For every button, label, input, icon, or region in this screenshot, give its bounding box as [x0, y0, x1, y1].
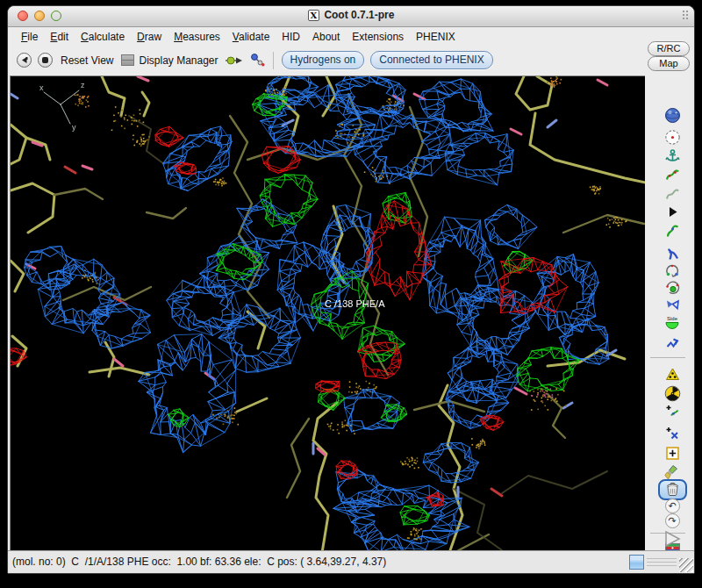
menu-extensions[interactable]: Extensions — [346, 29, 410, 45]
rotate-translate-icon[interactable] — [663, 245, 682, 262]
menu-hid[interactable]: HID — [276, 29, 306, 45]
go-to-atom-button[interactable] — [225, 54, 244, 67]
toolbar-separator — [273, 52, 274, 69]
menu-calculate[interactable]: Calculate — [75, 29, 131, 45]
status-bar: (mol. no: 0) C /1/A/138 PHE occ: 1.00 bf… — [8, 550, 694, 573]
back-view-button[interactable] — [17, 53, 32, 68]
clear-pending-icon[interactable] — [663, 463, 682, 481]
menu-validate[interactable]: Validate — [226, 29, 276, 45]
menu-phenix[interactable]: PHENIX — [410, 29, 462, 45]
svg-text:Side: Side — [667, 316, 678, 321]
main-toolbar: Reset View Display Manager Hydrogens on … — [8, 46, 645, 75]
anchor-icon[interactable] — [663, 147, 682, 165]
window-title: XCoot 0.7.1-pre — [8, 9, 694, 21]
menu-about[interactable]: About — [306, 29, 346, 45]
rotate-zone-icon[interactable] — [663, 262, 682, 280]
menu-bar: FileEditCalculateDrawMeasuresValidateHID… — [8, 27, 694, 46]
menu-draw[interactable]: Draw — [131, 29, 168, 45]
mutate-icon[interactable] — [663, 365, 682, 383]
record-icon — [42, 57, 48, 63]
redo-icon[interactable]: ↷ — [663, 512, 682, 529]
toolbar-separator — [650, 357, 685, 358]
menu-edit[interactable]: Edit — [44, 29, 75, 45]
jiggle-fit-icon[interactable] — [663, 334, 682, 352]
rrc-button[interactable]: R/RC — [648, 41, 690, 56]
recentre-view-button[interactable] — [38, 53, 53, 68]
menu-file[interactable]: File — [15, 29, 44, 45]
resize-grip[interactable] — [679, 558, 693, 572]
pointer-icon[interactable] — [663, 203, 682, 220]
reset-view-button[interactable]: Reset View — [59, 54, 115, 67]
status-divider — [647, 558, 677, 559]
recentre-icon[interactable] — [663, 128, 682, 146]
x11-icon: X — [308, 10, 320, 21]
atom-status-text: (mol. no: 0) C /1/A/138 PHE occ: 1.00 bf… — [12, 556, 386, 568]
tandem-refine-icon[interactable] — [663, 222, 682, 240]
go-to-atom-icon — [225, 54, 244, 67]
app-window: XCoot 0.7.1-pre FileEditCalculateDrawMea… — [7, 5, 695, 574]
auto-fit-rotamer-icon[interactable] — [663, 279, 682, 297]
menu-measures[interactable]: Measures — [168, 29, 226, 45]
map-button[interactable]: Map — [648, 56, 690, 71]
display-manager-button[interactable]: Display Manager — [121, 54, 218, 67]
flip-peptide-icon[interactable] — [663, 295, 682, 312]
molecule-icon — [250, 53, 265, 68]
side-chain-flip-icon[interactable]: Side — [663, 314, 682, 332]
real-space-refine-icon[interactable] — [663, 166, 682, 183]
add-terminal-residue-icon[interactable] — [663, 402, 682, 419]
layers-icon — [121, 54, 134, 66]
play-icon[interactable] — [661, 529, 684, 549]
run-refmac-icon[interactable] — [663, 384, 682, 402]
delete-icon[interactable] — [663, 481, 682, 498]
status-scrollbar-thumb[interactable] — [629, 555, 644, 570]
hydrogens-toggle-button[interactable]: Hydrogens on — [282, 51, 365, 69]
status-divider — [647, 562, 677, 563]
status-divider — [647, 565, 677, 566]
place-atom-icon[interactable] — [663, 444, 682, 462]
view-sphere-icon[interactable] — [663, 106, 682, 124]
molecule-button[interactable] — [250, 53, 265, 68]
molecular-viewport[interactable] — [10, 75, 649, 554]
add-alt-conf-icon[interactable] — [663, 424, 682, 441]
phenix-connection-button[interactable]: Connected to PHENIX — [370, 51, 492, 69]
back-arrow-icon — [19, 55, 29, 65]
title-bar[interactable]: XCoot 0.7.1-pre — [8, 6, 694, 27]
regularize-icon[interactable] — [663, 185, 682, 203]
menu-grip-handle[interactable] — [682, 10, 689, 21]
right-toolbar: R/RC Map Side↶↷ — [645, 41, 694, 550]
